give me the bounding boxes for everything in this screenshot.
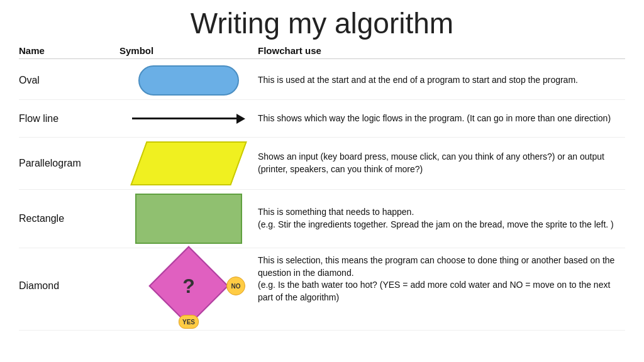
row-desc-oval: This is used at the start and at the end… — [258, 74, 625, 87]
yes-badge: YES — [179, 315, 199, 329]
arrow-line — [132, 118, 236, 119]
page: Writing my algorithm Name Symbol Flowcha… — [0, 0, 644, 362]
table-row: Rectangle This is something that needs t… — [19, 190, 625, 248]
row-desc-rectangle: This is something that needs to happen. … — [258, 206, 625, 231]
row-symbol-oval — [119, 65, 258, 96]
no-badge: NO — [226, 277, 245, 295]
flow-arrow-shape — [132, 114, 245, 124]
row-desc-parallelogram: Shows an input (key board press, mouse c… — [258, 151, 625, 175]
table-row: Oval This is used at the start and at th… — [19, 62, 625, 100]
col-use-header: Flowchart use — [258, 45, 625, 56]
row-symbol-flowline — [119, 114, 258, 124]
row-name-oval: Oval — [19, 75, 119, 86]
row-desc-flowline: This shows which way the logic flows in … — [258, 112, 625, 125]
row-symbol-diamond: ? NO YES — [119, 255, 258, 317]
page-title: Writing my algorithm — [19, 6, 625, 40]
col-name-header: Name — [19, 45, 119, 56]
row-name-diamond: Diamond — [19, 280, 119, 292]
row-symbol-parallelogram — [119, 141, 258, 185]
table-header: Name Symbol Flowchart use — [19, 45, 625, 59]
arrow-head — [236, 114, 245, 124]
table-row: Diamond ? NO YES This is selection, this… — [19, 248, 625, 331]
row-name-parallelogram: Parallelogram — [19, 158, 119, 169]
row-symbol-rectangle — [119, 194, 258, 244]
diamond-container: ? NO YES — [132, 255, 245, 317]
parallelogram-shape — [130, 141, 247, 185]
diamond-question-mark: ? — [182, 275, 195, 298]
row-desc-diamond: This is selection, this means the progra… — [258, 255, 625, 304]
table-row: Flow line This shows which way the logic… — [19, 100, 625, 138]
rectangle-shape — [135, 194, 242, 244]
row-name-flowline: Flow line — [19, 113, 119, 124]
row-name-rectangle: Rectangle — [19, 213, 119, 224]
col-symbol-header: Symbol — [119, 45, 258, 56]
oval-shape — [138, 65, 239, 96]
table-row: Parallelogram Shows an input (key board … — [19, 138, 625, 190]
